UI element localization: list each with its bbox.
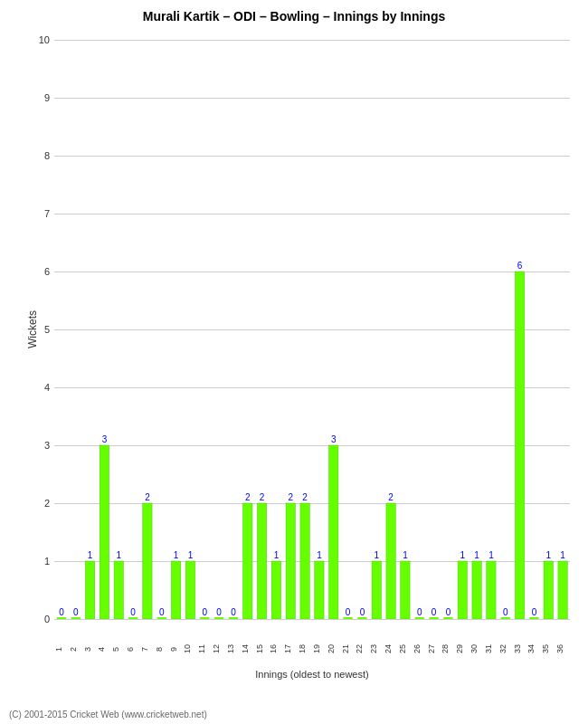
x-tick-label: 23 — [369, 631, 384, 667]
x-tick-label: 33 — [513, 631, 527, 667]
x-tick-label: 13 — [226, 631, 241, 667]
x-tick-label: 10 — [183, 631, 197, 667]
x-tick-label: 28 — [441, 631, 455, 667]
svg-text:1: 1 — [403, 550, 408, 560]
svg-text:1: 1 — [116, 550, 121, 560]
svg-text:0: 0 — [532, 607, 537, 617]
svg-text:3: 3 — [102, 434, 108, 444]
svg-text:1: 1 — [88, 550, 93, 560]
svg-rect-26 — [243, 503, 252, 619]
svg-rect-6 — [100, 445, 109, 619]
svg-rect-2 — [71, 617, 81, 619]
svg-text:2: 2 — [388, 492, 394, 502]
bars-svg: 001310201100022122130012100011106011 — [54, 40, 570, 619]
svg-rect-66 — [529, 617, 538, 619]
x-tick-label: 35 — [541, 631, 555, 667]
svg-text:0: 0 — [231, 607, 236, 617]
svg-rect-64 — [515, 272, 524, 619]
svg-text:0: 0 — [73, 607, 79, 617]
x-tick-label: 7 — [140, 631, 155, 667]
x-tick-label: 5 — [111, 631, 126, 667]
x-tick-label: 21 — [341, 631, 356, 667]
svg-rect-14 — [157, 617, 166, 619]
x-tick-label: 19 — [312, 631, 327, 667]
x-tick-label: 8 — [155, 631, 169, 667]
svg-text:0: 0 — [346, 607, 351, 617]
x-tick-label: 4 — [97, 631, 111, 667]
svg-rect-68 — [544, 561, 553, 619]
svg-rect-28 — [257, 503, 266, 619]
svg-text:0: 0 — [202, 607, 207, 617]
x-tick-label: 14 — [241, 631, 255, 667]
y-axis-label: Wickets — [26, 310, 39, 348]
chart-container: Murali Kartik – ODI – Bowling – Innings … — [0, 0, 588, 724]
svg-text:0: 0 — [503, 607, 508, 617]
svg-rect-10 — [128, 617, 138, 619]
x-tick-label: 18 — [298, 631, 312, 667]
x-tick-label: 15 — [255, 631, 270, 667]
svg-rect-42 — [357, 617, 366, 619]
svg-rect-32 — [286, 503, 295, 619]
x-tick-label: 30 — [469, 631, 484, 667]
x-tick-label: 25 — [398, 631, 413, 667]
x-tick-label: 34 — [526, 631, 541, 667]
svg-rect-34 — [300, 503, 309, 619]
svg-text:1: 1 — [560, 550, 565, 560]
x-tick-label: 1 — [54, 631, 69, 667]
x-tick-label: 17 — [283, 631, 298, 667]
x-tick-label: 31 — [484, 631, 498, 667]
x-tick-label: 26 — [413, 631, 427, 667]
svg-rect-24 — [229, 617, 238, 619]
svg-rect-60 — [487, 561, 496, 619]
x-axis-title: Innings (oldest to newest) — [54, 669, 570, 680]
svg-rect-16 — [171, 561, 180, 619]
svg-text:1: 1 — [488, 550, 494, 560]
svg-text:1: 1 — [460, 550, 465, 560]
chart-title: Murali Kartik – ODI – Bowling – Innings … — [9, 9, 579, 24]
svg-rect-38 — [329, 445, 338, 619]
x-tick-label: 29 — [455, 631, 469, 667]
svg-text:2: 2 — [260, 492, 265, 502]
svg-text:0: 0 — [360, 607, 365, 617]
svg-text:0: 0 — [159, 607, 165, 617]
svg-text:2: 2 — [145, 492, 150, 502]
svg-rect-22 — [214, 617, 223, 619]
svg-text:0: 0 — [417, 607, 422, 617]
svg-text:1: 1 — [317, 550, 322, 560]
svg-text:2: 2 — [288, 492, 293, 502]
x-tick-label: 36 — [555, 631, 570, 667]
svg-rect-46 — [386, 503, 395, 619]
svg-rect-36 — [315, 561, 324, 619]
x-tick-label: 22 — [355, 631, 369, 667]
svg-rect-56 — [458, 561, 467, 619]
x-tick-label: 12 — [212, 631, 226, 667]
svg-rect-62 — [501, 617, 510, 619]
svg-rect-18 — [185, 561, 194, 619]
svg-rect-44 — [372, 561, 381, 619]
x-tick-label: 11 — [197, 631, 212, 667]
x-tick-label: 27 — [427, 631, 441, 667]
svg-text:2: 2 — [302, 492, 308, 502]
svg-text:2: 2 — [245, 492, 251, 502]
svg-text:0: 0 — [446, 607, 451, 617]
x-tick-label: 16 — [269, 631, 283, 667]
svg-rect-8 — [114, 561, 123, 619]
svg-text:1: 1 — [374, 550, 379, 560]
x-tick-label: 3 — [83, 631, 98, 667]
svg-text:1: 1 — [274, 550, 280, 560]
svg-rect-52 — [429, 617, 438, 619]
svg-text:1: 1 — [188, 550, 194, 560]
svg-rect-48 — [401, 561, 410, 619]
plot-area: Wickets 012345678910 0013102011000221221… — [54, 31, 570, 628]
svg-rect-50 — [415, 617, 424, 619]
svg-rect-58 — [472, 561, 481, 619]
svg-text:6: 6 — [517, 261, 523, 271]
svg-rect-70 — [558, 561, 567, 619]
svg-text:0: 0 — [432, 607, 437, 617]
x-tick-label: 6 — [126, 631, 140, 667]
svg-rect-40 — [343, 617, 352, 619]
svg-rect-20 — [200, 617, 209, 619]
x-tick-label: 20 — [327, 631, 341, 667]
svg-rect-4 — [85, 561, 94, 619]
x-axis-labels: 1234567891011121314151617181920212223242… — [54, 631, 570, 667]
